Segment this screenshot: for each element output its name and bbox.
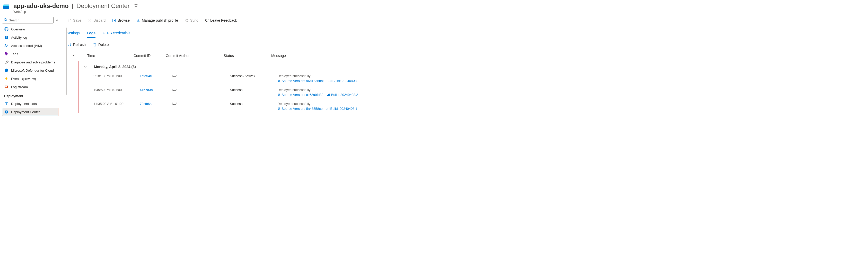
build-icon: [326, 107, 330, 110]
sidebar-scrollbar[interactable]: [66, 28, 67, 94]
branch-icon: [277, 79, 280, 82]
sidebar-item-deployment-center[interactable]: Deployment Center: [2, 108, 58, 116]
sidebar-item-diagnose[interactable]: Diagnose and solve problems: [2, 58, 58, 66]
cell-commit-author: N/A: [172, 102, 230, 106]
sidebar-item-label: Tags: [11, 52, 18, 56]
sidebar-item-overview[interactable]: Overview: [2, 25, 58, 33]
sync-button: Sync: [184, 18, 199, 23]
table-row[interactable]: 1:45:59 PM +01:00 4467d3a N/A Success De…: [78, 85, 370, 99]
cell-commit-id: 1efa54c: [140, 74, 172, 78]
svg-rect-39: [328, 94, 329, 96]
cell-commit-id: 73cfb6a: [140, 102, 172, 106]
tab-ftps-credentials[interactable]: FTPS credentials: [103, 31, 130, 38]
col-header-time[interactable]: Time: [87, 54, 133, 58]
chevron-double-left-icon: «: [56, 18, 58, 22]
svg-rect-40: [330, 93, 330, 96]
sidebar-item-log-stream[interactable]: Log stream: [2, 83, 58, 91]
svg-rect-1: [3, 5, 9, 6]
sidebar: « Overview Activity log Access control (…: [0, 15, 60, 117]
title-separator: |: [72, 2, 73, 9]
sidebar-item-label: Microsoft Defender for Cloud: [11, 69, 54, 73]
source-version-link[interactable]: Source Version: cc62a9fd39: [277, 93, 323, 97]
sidebar-section-deployment: Deployment: [2, 91, 58, 100]
build-link[interactable]: Build: 20240408.2: [327, 93, 358, 97]
svg-point-12: [5, 44, 6, 46]
sidebar-collapse-button[interactable]: «: [56, 18, 58, 22]
build-link[interactable]: Build: 20240408.1: [326, 107, 358, 111]
source-version-link[interactable]: Source Version: 96b1b3bba1: [277, 79, 325, 83]
sidebar-item-tags[interactable]: Tags: [2, 50, 58, 58]
build-icon: [327, 93, 330, 97]
sidebar-item-access-control[interactable]: Access control (IAM): [2, 42, 58, 50]
sidebar-item-activity-log[interactable]: Activity log: [2, 33, 58, 42]
svg-rect-17: [5, 87, 7, 87]
delete-label: Delete: [98, 43, 108, 47]
chevron-down-icon[interactable]: [72, 53, 75, 57]
sidebar-item-label: Deployment Center: [11, 110, 40, 114]
commit-link[interactable]: 1efa54c: [140, 74, 152, 78]
stream-icon: [4, 85, 8, 89]
star-icon: [134, 4, 138, 8]
sidebar-item-deployment-slots[interactable]: Deployment slots: [2, 100, 58, 108]
commit-link[interactable]: 4467d3a: [140, 88, 153, 92]
people-icon: [4, 44, 8, 48]
cube-icon: [4, 110, 8, 114]
col-header-status[interactable]: Status: [224, 54, 271, 58]
discard-label: Discard: [93, 18, 105, 22]
leave-feedback-button[interactable]: Leave Feedback: [204, 18, 238, 23]
search-icon: [4, 18, 7, 22]
tab-logs[interactable]: Logs: [87, 31, 95, 38]
sidebar-item-label: Events (preview): [11, 77, 36, 81]
shield-icon: [4, 68, 8, 73]
svg-point-29: [278, 80, 279, 80]
page-title: Deployment Center: [76, 2, 130, 9]
svg-rect-34: [331, 80, 332, 82]
globe-icon: [4, 27, 8, 31]
chevron-down-icon[interactable]: [84, 65, 87, 69]
tab-settings[interactable]: Settings: [67, 31, 80, 38]
resource-type: Web App: [13, 10, 149, 13]
sidebar-search-input[interactable]: [9, 18, 52, 22]
cell-status: Success: [230, 102, 277, 106]
table-header: Time Commit ID Commit Author Status Mess…: [67, 51, 370, 61]
download-icon: [136, 19, 140, 22]
col-header-commit-author[interactable]: Commit Author: [166, 54, 224, 58]
table-group-row[interactable]: Monday, April 8, 2024 (3): [78, 61, 370, 72]
svg-rect-21: [69, 19, 70, 20]
build-link[interactable]: Build: 20240408.3: [328, 79, 360, 83]
refresh-button[interactable]: Refresh: [67, 42, 87, 47]
svg-rect-33: [330, 80, 331, 82]
message-text: Deployed successfully: [277, 74, 370, 78]
commit-link[interactable]: 73cfb6a: [140, 102, 152, 106]
cell-commit-author: N/A: [172, 74, 230, 78]
table-row[interactable]: 2:18:13 PM +01:00 1efa54c N/A Success (A…: [78, 72, 370, 85]
save-label: Save: [73, 18, 81, 22]
svg-point-13: [7, 45, 8, 46]
col-header-message[interactable]: Message: [271, 54, 370, 58]
manage-publish-profile-button[interactable]: Manage publish profile: [135, 18, 179, 23]
page-header: app-ado-uks-demo | Deployment Center ⋯ W…: [0, 0, 868, 15]
sidebar-search[interactable]: [2, 17, 54, 24]
browse-button[interactable]: Browse: [111, 18, 131, 23]
svg-rect-45: [328, 108, 328, 110]
sidebar-item-events[interactable]: Events (preview): [2, 75, 58, 83]
cell-time: 2:18:13 PM +01:00: [93, 74, 140, 78]
svg-point-30: [279, 80, 280, 80]
browse-label: Browse: [118, 18, 130, 22]
col-header-commit-id[interactable]: Commit ID: [133, 54, 166, 58]
favorite-button[interactable]: [133, 2, 139, 9]
cell-time: 1:45:59 PM +01:00: [93, 88, 140, 92]
table-row[interactable]: 11:35:02 AM +01:00 73cfb6a N/A Success D…: [78, 99, 370, 113]
sidebar-item-label: Access control (IAM): [11, 44, 42, 48]
source-version-link[interactable]: Source Version: ffa48558ce: [277, 107, 323, 111]
delete-button[interactable]: Delete: [92, 42, 110, 47]
sidebar-item-defender[interactable]: Microsoft Defender for Cloud: [2, 66, 58, 75]
slots-icon: [4, 102, 8, 106]
more-button[interactable]: ⋯: [142, 2, 149, 9]
svg-rect-38: [327, 95, 328, 96]
svg-point-3: [4, 19, 6, 21]
svg-point-14: [5, 53, 6, 53]
group-title: Monday, April 8, 2024 (3): [94, 65, 136, 69]
branch-icon: [277, 93, 280, 97]
svg-rect-15: [5, 86, 8, 88]
